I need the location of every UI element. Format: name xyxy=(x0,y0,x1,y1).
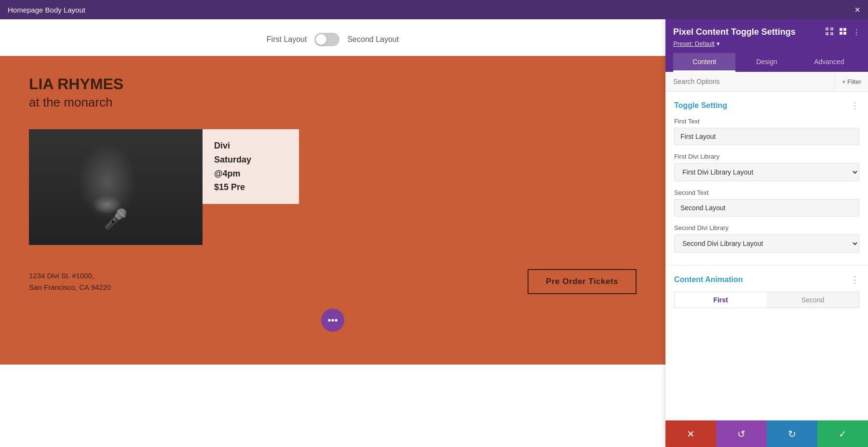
event-footer: 1234 Divi St. #1000,San Francisco, CA 94… xyxy=(29,269,637,304)
svg-rect-1 xyxy=(831,28,833,30)
close-button[interactable]: × xyxy=(854,5,860,14)
reset-button[interactable]: ↺ xyxy=(716,420,767,447)
toggle-row: First Layout Second Layout xyxy=(0,19,665,56)
window-title: Homepage Body Layout xyxy=(8,6,85,14)
tab-content[interactable]: Content xyxy=(673,53,735,72)
filter-button[interactable]: + Filter xyxy=(835,73,868,90)
panel-body: + Filter Toggle Setting ⋮ First Text Fir… xyxy=(665,72,868,420)
first-layout-label: First Layout xyxy=(267,35,307,44)
layout-icon-button[interactable] xyxy=(839,27,847,37)
search-bar: + Filter xyxy=(665,72,868,92)
focus-icon-button[interactable] xyxy=(826,27,833,37)
search-input[interactable] xyxy=(665,72,835,91)
first-text-field: First Text xyxy=(674,118,859,145)
svg-rect-2 xyxy=(826,33,828,35)
panel-tabs: Content Design Advanced xyxy=(673,53,860,72)
pre-order-button[interactable]: Pre Order Tickets xyxy=(528,269,637,294)
svg-rect-5 xyxy=(843,28,846,31)
svg-rect-4 xyxy=(840,28,842,31)
first-divi-library-select[interactable]: First Divi Library Layout xyxy=(674,163,859,181)
event-address: 1234 Divi St. #1000,San Francisco, CA 94… xyxy=(29,270,111,293)
first-divi-library-field: First Divi Library First Divi Library La… xyxy=(674,153,859,181)
confirm-button[interactable]: ✓ xyxy=(817,420,868,447)
first-text-label: First Text xyxy=(674,118,859,125)
toggle-setting-title: Toggle Setting xyxy=(674,101,727,110)
event-section: LIA RHYMES at the monarch DiviSaturday@4… xyxy=(0,56,665,365)
preset-label: Preset: Default xyxy=(673,40,715,47)
event-title: LIA RHYMES xyxy=(29,75,637,93)
event-middle: DiviSaturday@4pm$15 Pre xyxy=(29,129,637,245)
panel-preset[interactable]: Preset: Default xyxy=(673,40,860,47)
event-info-box: DiviSaturday@4pm$15 Pre xyxy=(203,129,299,204)
svg-rect-0 xyxy=(826,28,828,30)
panel-toolbar: ✕ ↺ ↻ ✓ xyxy=(665,420,868,447)
second-divi-library-select[interactable]: Second Divi Library Layout xyxy=(674,234,859,253)
layout-toggle[interactable] xyxy=(314,33,339,46)
anim-tab-first[interactable]: First xyxy=(675,292,767,308)
second-divi-library-field: Second Divi Library Second Divi Library … xyxy=(674,224,859,253)
event-info-text: DiviSaturday@4pm$15 Pre xyxy=(214,139,287,194)
toggle-setting-section: Toggle Setting ⋮ First Text First Divi L… xyxy=(665,92,868,266)
second-text-input[interactable] xyxy=(674,199,859,217)
second-text-field: Second Text xyxy=(674,189,859,217)
panel-header-icons: ⋮ xyxy=(826,27,860,37)
anim-section-header: Content Animation ⋮ xyxy=(674,274,859,285)
event-photo xyxy=(29,129,203,245)
anim-tab-second[interactable]: Second xyxy=(767,292,859,308)
section-more-button[interactable]: ⋮ xyxy=(851,100,859,111)
tab-advanced[interactable]: Advanced xyxy=(798,53,860,72)
anim-more-button[interactable]: ⋮ xyxy=(851,274,859,285)
refresh-button[interactable]: ↻ xyxy=(767,420,817,447)
anim-title: Content Animation xyxy=(674,275,743,284)
svg-rect-7 xyxy=(843,32,846,35)
tab-design[interactable]: Design xyxy=(735,53,798,72)
first-divi-library-label: First Divi Library xyxy=(674,153,859,160)
event-subtitle: at the monarch xyxy=(29,95,637,110)
svg-rect-6 xyxy=(840,32,842,35)
more-options-button[interactable]: ⋮ xyxy=(853,27,860,37)
second-text-label: Second Text xyxy=(674,189,859,196)
event-photo-figure xyxy=(29,129,203,245)
panel-header: Pixel Content Toggle Settings xyxy=(665,19,868,72)
first-text-input[interactable] xyxy=(674,128,859,145)
title-bar: Homepage Body Layout × xyxy=(0,0,868,19)
fab-button[interactable]: ••• xyxy=(321,309,344,332)
content-animation-section: Content Animation ⋮ First Second xyxy=(665,266,868,313)
anim-tabs: First Second xyxy=(674,292,859,308)
svg-rect-3 xyxy=(831,33,833,35)
panel-header-row: Pixel Content Toggle Settings xyxy=(673,27,860,37)
panel-title: Pixel Content Toggle Settings xyxy=(673,27,796,37)
settings-panel: Pixel Content Toggle Settings xyxy=(665,19,868,447)
canvas-area: First Layout Second Layout LIA RHYMES at… xyxy=(0,19,665,447)
second-layout-label: Second Layout xyxy=(347,35,399,44)
second-divi-library-label: Second Divi Library xyxy=(674,224,859,231)
cancel-button[interactable]: ✕ xyxy=(665,420,716,447)
section-header: Toggle Setting ⋮ xyxy=(674,100,859,111)
